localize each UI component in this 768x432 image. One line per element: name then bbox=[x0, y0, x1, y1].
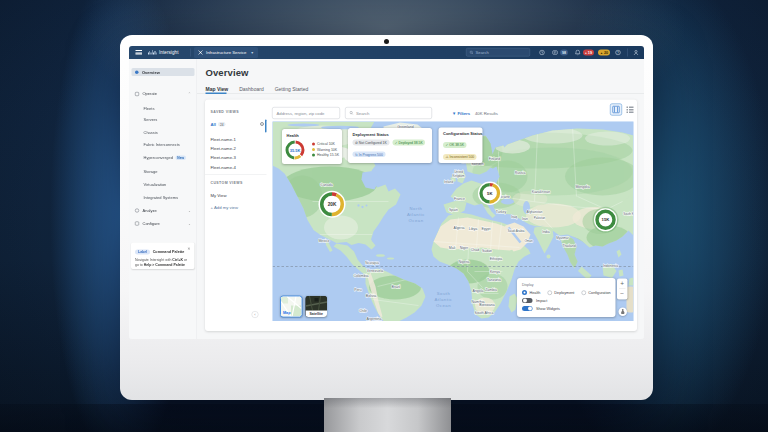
svg-text:Thailand: Thailand bbox=[562, 243, 575, 247]
svg-text:Mali: Mali bbox=[449, 245, 456, 249]
svg-text:France: France bbox=[454, 196, 465, 200]
svg-text:Oman: Oman bbox=[524, 238, 533, 242]
svg-text:Colombia: Colombia bbox=[354, 273, 369, 277]
svg-text:5K: 5K bbox=[487, 190, 493, 195]
svg-text:Spain: Spain bbox=[449, 207, 458, 211]
svg-text:Ireland: Ireland bbox=[444, 179, 454, 183]
svg-text:20K: 20K bbox=[328, 201, 337, 206]
svg-text:Kenya: Kenya bbox=[490, 269, 500, 273]
svg-text:South: South bbox=[437, 290, 451, 295]
svg-text:Canada: Canada bbox=[320, 182, 332, 186]
svg-text:Venezuela: Venezuela bbox=[367, 268, 383, 272]
svg-text:Atlantic: Atlantic bbox=[435, 296, 453, 301]
svg-text:Saudi Arabia: Saudi Arabia bbox=[507, 228, 524, 232]
svg-text:Niger: Niger bbox=[460, 245, 469, 249]
svg-text:Iraq: Iraq bbox=[511, 214, 517, 218]
svg-text:Algeria: Algeria bbox=[454, 225, 465, 229]
svg-text:Atlantic: Atlantic bbox=[407, 211, 425, 216]
svg-text:Nicaragua: Nicaragua bbox=[365, 260, 379, 264]
svg-text:Botswana: Botswana bbox=[479, 302, 494, 306]
svg-text:Turkey: Turkey bbox=[496, 209, 507, 213]
svg-text:Nigeria: Nigeria bbox=[458, 259, 469, 263]
svg-text:Afghanistan: Afghanistan bbox=[527, 209, 543, 213]
svg-text:Argentina: Argentina bbox=[367, 316, 382, 320]
svg-text:Ocean: Ocean bbox=[436, 302, 451, 307]
svg-text:Tanzania: Tanzania bbox=[487, 277, 501, 281]
svg-text:Ethiopia: Ethiopia bbox=[490, 256, 503, 260]
svg-text:Myanmar: Myanmar bbox=[556, 235, 569, 239]
svg-text:Angola: Angola bbox=[473, 288, 484, 292]
svg-text:Indonesia: Indonesia bbox=[603, 263, 618, 267]
svg-text:Kazakhstan: Kazakhstan bbox=[532, 189, 550, 193]
svg-text:India: India bbox=[542, 229, 550, 233]
svg-text:Zambia: Zambia bbox=[485, 287, 497, 291]
svg-text:Mongolia: Mongolia bbox=[575, 184, 589, 188]
svg-text:Iran: Iran bbox=[522, 216, 528, 220]
svg-text:Brazil: Brazil bbox=[392, 284, 401, 288]
svg-text:Finland: Finland bbox=[489, 156, 501, 160]
svg-text:Pakistan: Pakistan bbox=[534, 215, 546, 219]
svg-text:North: North bbox=[410, 205, 423, 210]
svg-text:Mexico: Mexico bbox=[318, 238, 329, 242]
svg-text:?: ? bbox=[617, 50, 619, 54]
svg-text:South K: South K bbox=[623, 211, 633, 215]
svg-text:Chad: Chad bbox=[471, 247, 479, 251]
svg-text:United: United bbox=[454, 169, 463, 173]
svg-text:Peru: Peru bbox=[354, 287, 361, 291]
svg-text:15K: 15K bbox=[602, 217, 611, 222]
svg-text:Russia: Russia bbox=[515, 170, 526, 174]
svg-text:35.5K: 35.5K bbox=[290, 147, 301, 152]
svg-text:Ocean: Ocean bbox=[408, 217, 423, 222]
svg-text:Sudan: Sudan bbox=[482, 248, 492, 252]
svg-text:Egypt: Egypt bbox=[482, 226, 491, 230]
svg-text:Bolivia: Bolivia bbox=[366, 293, 376, 297]
svg-text:Kingdom: Kingdom bbox=[453, 173, 465, 177]
svg-text:Chile: Chile bbox=[359, 308, 367, 312]
svg-text:South Africa: South Africa bbox=[475, 310, 494, 314]
svg-text:Libya: Libya bbox=[469, 226, 477, 230]
